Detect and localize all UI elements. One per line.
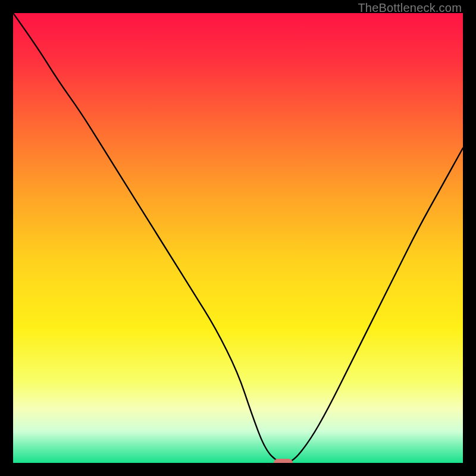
optimum-marker — [274, 459, 293, 463]
source-label: TheBottleneck.com — [358, 1, 462, 15]
bottleneck-curve — [13, 13, 463, 463]
plot-area — [13, 13, 463, 463]
chart-frame: TheBottleneck.com — [0, 0, 476, 476]
